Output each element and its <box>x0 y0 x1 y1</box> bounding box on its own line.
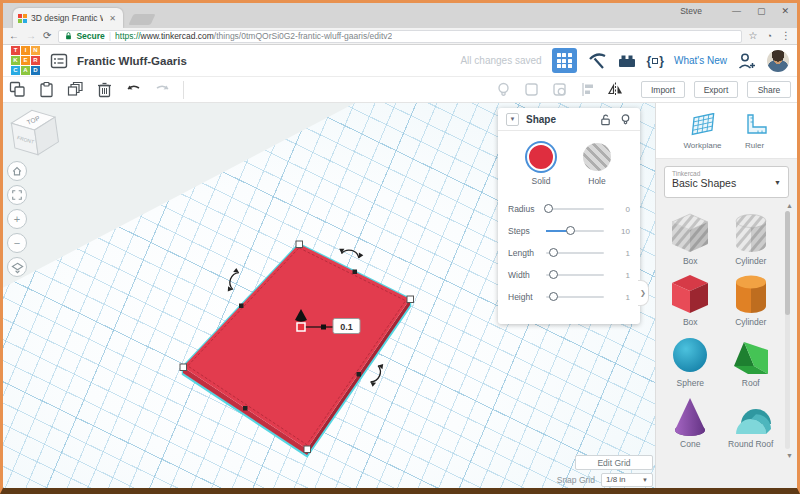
scroll-up-icon[interactable]: ▲ <box>786 202 793 209</box>
tinkercad-logo[interactable]: TIN KER CAD <box>11 46 41 76</box>
minimize-icon[interactable]: — <box>732 7 741 16</box>
lightbulb-icon[interactable] <box>619 113 632 126</box>
panel-title: Shape <box>526 114 592 125</box>
rotate-handle[interactable] <box>338 247 364 259</box>
import-button[interactable]: Import <box>641 81 685 98</box>
codeblocks-icon[interactable]: {} <box>647 54 664 68</box>
lego-brick-icon[interactable] <box>617 51 637 71</box>
zoom-out-button[interactable]: − <box>7 233 27 253</box>
minecraft-pickaxe-icon[interactable] <box>587 51 607 71</box>
shape-item-sphere[interactable]: Sphere <box>660 329 721 388</box>
redo-icon[interactable] <box>154 81 171 98</box>
user-avatar[interactable] <box>767 50 789 72</box>
unlock-icon[interactable] <box>599 113 612 126</box>
browser-titlebar: 3D design Frantic Wluff- ✕ Steve — ▢ ✕ <box>3 3 797 28</box>
align-icon[interactable] <box>579 81 596 98</box>
steps-slider[interactable] <box>546 230 604 232</box>
radius-slider[interactable] <box>546 208 604 210</box>
browser-window: 3D design Frantic Wluff- ✕ Steve — ▢ ✕ ←… <box>0 0 800 494</box>
design-properties-icon[interactable] <box>49 51 69 71</box>
fit-view-button[interactable] <box>7 185 27 205</box>
chrome-profile-name[interactable]: Steve <box>680 6 702 16</box>
delete-trash-icon[interactable] <box>96 81 113 98</box>
chrome-menu-icon[interactable]: ⋮ <box>781 31 791 41</box>
main-area: 0.1 TOP FRONT <box>3 103 797 488</box>
back-icon[interactable]: ← <box>9 31 19 41</box>
shape-inspector-panel: ▼ Shape Solid Hole <box>498 108 640 324</box>
new-tab-button[interactable] <box>128 14 155 25</box>
secure-lock-icon <box>65 32 72 40</box>
flip-mirror-icon[interactable] <box>607 81 624 98</box>
shape-item-box-solid[interactable]: Box <box>660 268 721 327</box>
solid-swatch[interactable]: Solid <box>527 143 555 186</box>
refresh-icon[interactable]: ⟳ <box>43 31 51 41</box>
show-all-bulb-icon[interactable] <box>495 81 512 98</box>
rotate-handle[interactable] <box>369 362 385 387</box>
grid-icon <box>557 53 572 68</box>
workplane-view-button[interactable] <box>7 257 27 277</box>
copy-icon[interactable] <box>9 81 26 98</box>
shape-item-cylinder-hole[interactable]: Cylinder <box>721 207 782 266</box>
group-icon[interactable] <box>523 81 540 98</box>
shape-item-box-hole[interactable]: Box <box>660 207 721 266</box>
zoom-in-button[interactable]: + <box>7 209 27 229</box>
width-slider[interactable] <box>546 274 604 276</box>
workplane-icon <box>688 113 718 137</box>
snap-grid-select[interactable]: 1/8 in ▼ <box>601 473 653 487</box>
save-status: All changes saved <box>460 55 541 66</box>
round-roof-icon <box>728 394 774 438</box>
bookmark-star-icon[interactable]: ☆ <box>749 31 758 41</box>
shape-item-round-roof[interactable]: Round Roof <box>721 390 782 449</box>
duplicate-icon[interactable] <box>67 81 84 98</box>
browser-extension-icon[interactable]: ◔ <box>767 32 772 41</box>
gallery-scrollbar[interactable] <box>785 211 790 449</box>
tab-close-icon[interactable]: ✕ <box>107 14 118 23</box>
browser-tab[interactable]: 3D design Frantic Wluff- ✕ <box>13 8 123 28</box>
maximize-icon[interactable]: ▢ <box>757 7 766 16</box>
cylinder-hole-icon <box>728 211 774 255</box>
close-icon[interactable]: ✕ <box>781 7 789 16</box>
ruler-tool-button[interactable]: Ruler <box>740 113 770 150</box>
edit-grid-button[interactable]: Edit Grid <box>575 455 653 470</box>
snap-grid-label: Snap Grid <box>557 475 595 485</box>
shape-item-roof[interactable]: Roof <box>721 329 782 388</box>
shape-item-cylinder-solid[interactable]: Cylinder <box>721 268 782 327</box>
hole-swatch[interactable]: Hole <box>583 143 611 186</box>
shape-library-dropdown[interactable]: Tinkercad Basic Shapes ▼ <box>664 166 789 198</box>
share-button[interactable]: Share <box>747 81 791 98</box>
dimension-mid-handle[interactable] <box>321 325 326 330</box>
chevron-down-icon: ▼ <box>774 179 781 186</box>
export-button[interactable]: Export <box>694 81 738 98</box>
shapes-sidebar: Workplane Ruler Tinkercad Basic Shapes <box>655 103 797 488</box>
height-slider[interactable] <box>546 296 604 298</box>
view-cube[interactable]: TOP FRONT <box>7 105 63 161</box>
panel-collapse-caret[interactable]: ▼ <box>506 113 519 126</box>
add-user-icon[interactable] <box>737 51 757 71</box>
length-slider[interactable] <box>546 252 604 254</box>
chevron-down-icon: ▼ <box>642 477 648 483</box>
paste-icon[interactable] <box>38 81 55 98</box>
url-field[interactable]: Secure | https://www.tinkercad.com/thing… <box>58 30 741 43</box>
cone-icon <box>667 394 713 438</box>
dimension-value: 0.1 <box>340 322 353 332</box>
roof-icon <box>728 333 774 377</box>
undo-icon[interactable] <box>125 81 142 98</box>
sphere-icon <box>667 333 713 377</box>
panel-collapse-tab[interactable]: ❯ <box>638 280 649 306</box>
ungroup-icon[interactable] <box>551 81 568 98</box>
viewport-nav-controls: + − <box>7 161 27 277</box>
workplane-tool-button[interactable]: Workplane <box>683 113 721 150</box>
shape-item-cone[interactable]: Cone <box>660 390 721 449</box>
blocks-view-button[interactable] <box>552 48 577 73</box>
selected-box-shape[interactable] <box>183 244 410 449</box>
slider-height: Height 1 <box>498 286 640 308</box>
solid-color-circle <box>527 143 555 171</box>
scrollbar-thumb[interactable] <box>785 211 790 315</box>
dimension-corner-handle[interactable] <box>297 323 305 331</box>
rotate-handle[interactable] <box>226 267 240 292</box>
forward-icon[interactable]: → <box>26 31 36 41</box>
scroll-down-icon[interactable]: ▼ <box>786 452 793 459</box>
home-view-button[interactable] <box>7 161 27 181</box>
whats-new-link[interactable]: What's New <box>674 55 727 66</box>
tinkercad-header: TIN KER CAD Frantic Wluff-Gaaris All cha… <box>3 45 797 77</box>
